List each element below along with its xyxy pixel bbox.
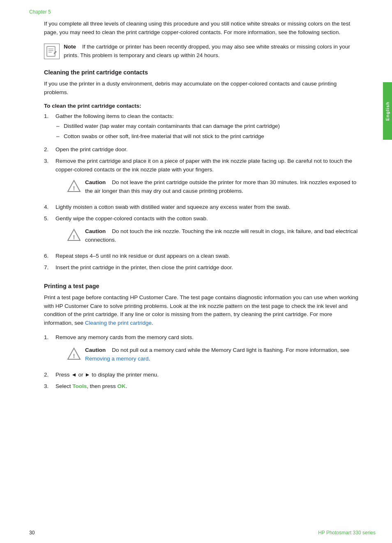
- ok-label: OK: [118, 383, 126, 389]
- section1-steps: 1. Gather the following items to clean t…: [44, 112, 362, 272]
- section1-heading: Cleaning the print cartridge contacts: [44, 69, 362, 76]
- caution-3-spacer: [107, 179, 111, 185]
- caution-5-text: Caution Do not touch the ink nozzle. Tou…: [85, 227, 362, 245]
- caution-s2-1-spacer: [107, 347, 111, 353]
- s2-step-3-num: 3.: [44, 382, 55, 391]
- cleaning-link[interactable]: Cleaning the print cartridge: [85, 320, 152, 326]
- svg-rect-0: [47, 46, 55, 56]
- step-7-num: 7.: [44, 263, 55, 272]
- step-2: 2. Open the print cartridge door.: [44, 146, 362, 154]
- s2-step-1-text: Remove any memory cards from the memory …: [55, 334, 194, 340]
- side-tab: English: [383, 82, 392, 140]
- dash-1b: –: [55, 132, 64, 141]
- step-1-content: Gather the following items to clean the …: [55, 112, 362, 143]
- chapter-label: Chapter 5: [29, 9, 51, 15]
- caution-3-body: Do not leave the print cartridge outside…: [85, 179, 356, 194]
- bullet-1b-text: Cotton swabs or other soft, lint-free ma…: [64, 132, 264, 141]
- s2-step-2-text-before: Press: [55, 372, 71, 378]
- s2-step-2-content: Press ◄ or ► to display the printer menu…: [55, 371, 362, 379]
- s2-step-3-text-before: Select: [55, 383, 72, 389]
- svg-text:!: !: [73, 233, 75, 240]
- s2-step-3-text-after: .: [126, 383, 127, 389]
- step-5-num: 5.: [44, 215, 55, 249]
- caution-triangle-s2-1: !: [67, 347, 81, 361]
- tools-label: Tools: [72, 383, 87, 389]
- arrow-left-icon: ◄: [71, 372, 76, 378]
- step-6-num: 6.: [44, 252, 55, 261]
- step-2-text: Open the print cartridge door.: [55, 146, 128, 153]
- s2-step-3: 3. Select Tools, then press OK.: [44, 382, 362, 391]
- step-4: 4. Lightly moisten a cotton swab with di…: [44, 203, 362, 212]
- step-3-text: Remove the print cartridge and place it …: [55, 158, 352, 173]
- bullet-1a: – Distilled water (tap water may contain…: [55, 122, 362, 131]
- s2-step-2-text-after: to display the printer menu.: [90, 372, 159, 378]
- section2-intro: Print a test page before contacting HP C…: [44, 293, 362, 328]
- step-4-num: 4.: [44, 203, 55, 212]
- s2-step-3-content: Select Tools, then press OK.: [55, 382, 362, 391]
- step-6-content: Repeat steps 4–5 until no ink residue or…: [55, 252, 362, 261]
- note-icon: [44, 44, 60, 59]
- step-7-content: Insert the print cartridge in the printe…: [55, 263, 362, 272]
- step-5-content: Gently wipe the copper-colored contacts …: [55, 215, 362, 249]
- caution-5-body: Do not touch the ink nozzle. Touching th…: [85, 228, 357, 243]
- note-spacer: [78, 44, 81, 50]
- caution-3-icon: !: [67, 179, 81, 196]
- step-5-text: Gently wipe the copper-colored contacts …: [55, 215, 208, 222]
- caution-s2-1-icon: !: [67, 347, 81, 364]
- caution-5-label: Caution: [85, 228, 106, 234]
- step-7-text: Insert the print cartridge in the printe…: [55, 264, 233, 270]
- dash-1a: –: [55, 122, 64, 131]
- svg-text:!: !: [73, 185, 75, 192]
- note-box: Note If the cartridge or printer has bee…: [44, 43, 362, 60]
- step-3-num: 3.: [44, 157, 55, 200]
- page-container: English Chapter 5 If you complete all th…: [0, 0, 392, 543]
- step-6: 6. Repeat steps 4–5 until no ink residue…: [44, 252, 362, 261]
- step-5: 5. Gently wipe the copper-colored contac…: [44, 215, 362, 249]
- s2-step-1: 1. Remove any memory cards from the memo…: [44, 333, 362, 368]
- intro-paragraph: If you complete all three levels of clea…: [44, 20, 362, 37]
- note-body: If the cartridge or printer has been rec…: [64, 44, 350, 58]
- bullet-1a-text: Distilled water (tap water may contain c…: [64, 122, 280, 131]
- s2-step-1-num: 1.: [44, 333, 55, 368]
- note-label: Note: [64, 44, 76, 50]
- page-footer: 30 HP Photosmart 330 series: [0, 530, 392, 536]
- note-pencil-svg: [46, 46, 58, 57]
- section2-heading: Printing a test page: [44, 283, 362, 289]
- caution-triangle-5: !: [67, 228, 81, 242]
- step-4-content: Lightly moisten a cotton swab with disti…: [55, 203, 362, 212]
- step-3: 3. Remove the print cartridge and place …: [44, 157, 362, 200]
- section1-intro: If you use the printer in a dusty enviro…: [44, 80, 362, 97]
- step-4-text: Lightly moisten a cotton swab with disti…: [55, 204, 291, 210]
- caution-s2-1-body: Do not pull out a memory card while the …: [112, 347, 349, 353]
- s2-step-1-content: Remove any memory cards from the memory …: [55, 333, 362, 368]
- s2-step-2: 2. Press ◄ or ► to display the printer m…: [44, 371, 362, 379]
- bullet-1b: – Cotton swabs or other soft, lint-free …: [55, 132, 362, 141]
- step-7: 7. Insert the print cartridge in the pri…: [44, 263, 362, 272]
- caution-3-text: Caution Do not leave the print cartridge…: [85, 178, 362, 196]
- step-3-content: Remove the print cartridge and place it …: [55, 157, 362, 200]
- section2-intro-suffix: .: [152, 320, 153, 326]
- caution-3: ! Caution Do not leave the print cartrid…: [67, 178, 362, 196]
- side-tab-label: English: [385, 102, 390, 121]
- step-1-bullets: – Distilled water (tap water may contain…: [55, 122, 362, 141]
- step-6-text: Repeat steps 4–5 until no ink residue or…: [55, 253, 230, 259]
- caution-s2-1: ! Caution Do not pull out a memory card …: [67, 346, 362, 364]
- step-2-content: Open the print cartridge door.: [55, 146, 362, 154]
- step-1: 1. Gather the following items to clean t…: [44, 112, 362, 143]
- svg-text:!: !: [73, 352, 75, 359]
- product-name: HP Photosmart 330 series: [318, 530, 376, 536]
- caution-5: ! Caution Do not touch the ink nozzle. T…: [67, 227, 362, 245]
- s2-step-2-text-mid: or: [77, 372, 85, 378]
- chapter-header: Chapter 5: [0, 0, 392, 15]
- removing-memory-card-link[interactable]: Removing a memory card: [85, 356, 149, 362]
- section1-subheading: To clean the print cartridge contacts:: [44, 103, 362, 109]
- note-text: Note If the cartridge or printer has bee…: [64, 43, 362, 60]
- caution-triangle-3: !: [67, 179, 81, 193]
- step-1-num: 1.: [44, 112, 55, 143]
- caution-5-spacer: [107, 228, 111, 234]
- caution-5-icon: !: [67, 228, 81, 245]
- caution-3-label: Caution: [85, 179, 106, 185]
- section2-steps: 1. Remove any memory cards from the memo…: [44, 333, 362, 391]
- arrow-right-icon: ►: [85, 372, 90, 378]
- caution-s2-1-text: Caution Do not pull out a memory card wh…: [85, 346, 362, 363]
